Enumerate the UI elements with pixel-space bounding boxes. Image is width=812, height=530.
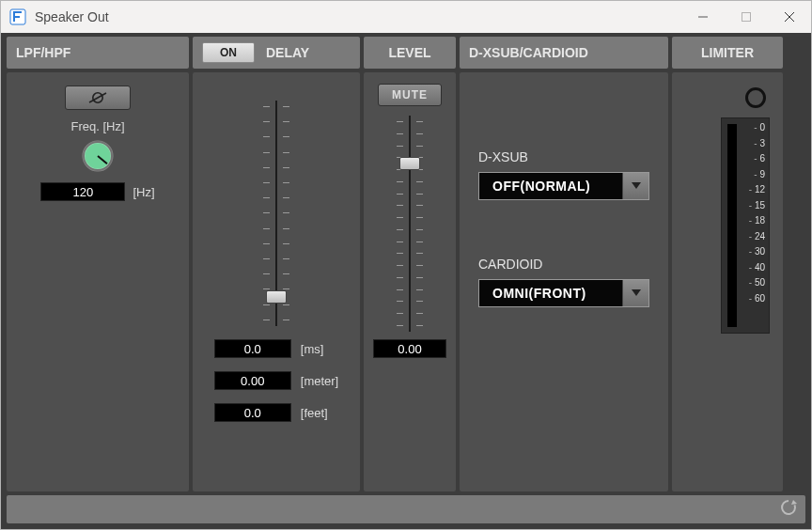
mute-button[interactable]: MUTE [378, 84, 442, 106]
delay-meter-unit: [meter] [301, 374, 338, 388]
header-level: LEVEL [364, 37, 456, 69]
freq-value[interactable]: 120 [40, 182, 125, 201]
meter-tick: 60 [737, 293, 765, 304]
dxsub-label: D-XSUB [478, 149, 649, 164]
delay-ms-value[interactable]: 0.0 [214, 339, 291, 358]
meter-tick: 50 [737, 277, 765, 288]
svg-line-6 [89, 93, 106, 102]
meter-tick: 12 [737, 184, 765, 195]
delay-feet-unit: [feet] [301, 406, 328, 420]
delay-slider[interactable] [258, 101, 295, 326]
cardioid-select[interactable]: OMNI(FRONT) [478, 279, 649, 307]
app-body: LPF/HPF ON DELAY LEVEL D-XSUB/CARDIOID L… [1, 33, 811, 529]
chevron-down-icon[interactable] [622, 280, 648, 306]
panels-row: Freq. [Hz] 120 [Hz] [7, 72, 805, 491]
header-delay-cell: ON DELAY [193, 37, 360, 69]
freq-knob[interactable] [81, 139, 115, 173]
limiter-meter-bar [727, 124, 737, 327]
cardioid-label: CARDIOID [478, 257, 649, 272]
dxsub-value: OFF(NORMAL) [479, 173, 622, 199]
header-delay: DELAY [266, 45, 309, 60]
panel-dxsub: D-XSUB OFF(NORMAL) CARDIOID OMNI(FRONT) [460, 72, 668, 491]
delay-slider-thumb[interactable] [266, 290, 287, 304]
limiter-meter: 03691215182430405060 [721, 117, 770, 334]
header-dxsub: D-XSUB/CARDIOID [460, 37, 668, 69]
delay-on-button[interactable]: ON [202, 42, 255, 63]
phase-invert-button[interactable] [65, 86, 131, 110]
status-bar [7, 495, 805, 523]
dxsub-select[interactable]: OFF(NORMAL) [478, 172, 649, 200]
meter-tick: 40 [737, 262, 765, 273]
window-controls [681, 1, 811, 33]
svg-rect-2 [742, 13, 751, 22]
svg-marker-12 [791, 500, 797, 505]
level-slider[interactable] [391, 116, 429, 332]
chevron-down-icon[interactable] [622, 173, 648, 199]
panel-limiter: 03691215182430405060 [672, 72, 783, 491]
level-value[interactable]: 0.00 [373, 339, 446, 358]
delay-meter-value[interactable]: 0.00 [214, 371, 291, 390]
freq-unit: [Hz] [133, 185, 154, 199]
minimize-button[interactable] [681, 1, 725, 33]
svg-marker-10 [632, 182, 641, 189]
delay-ms-unit: [ms] [301, 342, 324, 356]
limiter-indicator [745, 87, 766, 108]
panel-delay: 0.0[ms] 0.00[meter] 0.0[feet] [193, 72, 360, 491]
meter-tick: 15 [737, 200, 765, 210]
header-lpfhpf: LPF/HPF [7, 37, 189, 69]
close-button[interactable] [768, 1, 811, 33]
section-headers: LPF/HPF ON DELAY LEVEL D-XSUB/CARDIOID L… [7, 37, 805, 69]
meter-tick: 18 [737, 215, 765, 226]
svg-marker-11 [632, 289, 641, 296]
app-icon [8, 8, 27, 26]
header-limiter: LIMITER [672, 37, 783, 69]
level-slider-thumb[interactable] [399, 157, 420, 170]
meter-tick: 3 [737, 138, 765, 148]
delay-feet-value[interactable]: 0.0 [214, 403, 291, 422]
meter-tick: 30 [737, 246, 765, 257]
meter-tick: 6 [737, 153, 765, 164]
panel-level: MUTE 0.00 [364, 72, 456, 491]
window-title: Speaker Out [35, 9, 109, 24]
meter-tick: 24 [737, 231, 765, 242]
titlebar[interactable]: Speaker Out [1, 1, 811, 33]
meter-tick: 9 [737, 169, 765, 179]
limiter-meter-scale: 03691215182430405060 [737, 118, 769, 333]
meter-tick: 0 [737, 122, 765, 132]
refresh-icon[interactable] [779, 498, 798, 521]
maximize-button[interactable] [725, 1, 768, 33]
cardioid-value: OMNI(FRONT) [479, 280, 622, 306]
panel-lpfhpf: Freq. [Hz] 120 [Hz] [7, 72, 189, 491]
freq-label: Freq. [Hz] [70, 119, 124, 133]
window: Speaker Out LPF/HPF ON DELAY LEVEL D-XSU… [0, 0, 812, 530]
